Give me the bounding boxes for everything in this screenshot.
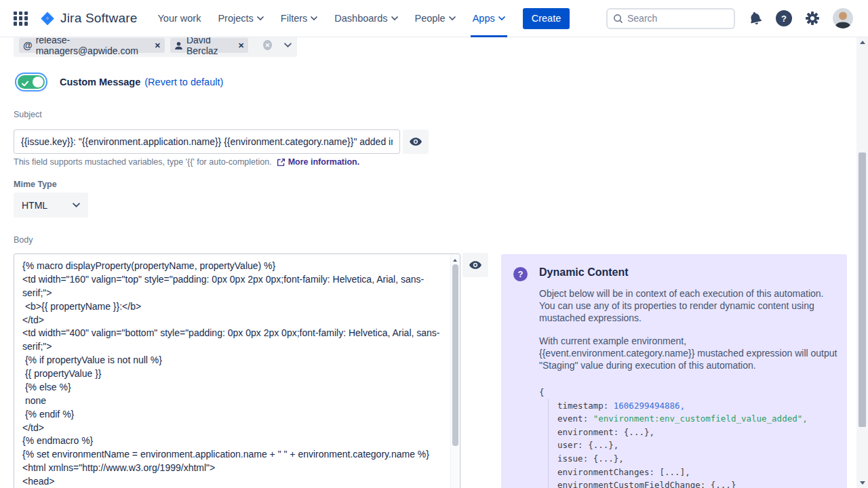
user-avatar[interactable] xyxy=(833,8,853,28)
email-at-icon: @ xyxy=(23,40,33,51)
context-object-code: { timestamp: 1606299494886, event: "envi… xyxy=(539,386,831,488)
nav-projects[interactable]: Projects xyxy=(218,0,263,37)
subject-input[interactable] xyxy=(14,129,400,154)
nav-people[interactable]: People xyxy=(415,0,456,37)
mime-type-label: Mime Type xyxy=(14,180,57,189)
nav-dashboards[interactable]: Dashboards xyxy=(334,0,397,37)
main-content: @ release-managers@apwide.com ✕ David Be… xyxy=(0,37,868,488)
remove-recipient-icon[interactable]: ✕ xyxy=(153,42,162,49)
jira-logo-icon xyxy=(39,10,56,26)
panel-paragraph: With current example environment, {{even… xyxy=(539,335,839,371)
subject-helper-text: This field supports mustached variables,… xyxy=(14,157,359,167)
body-editor: {% macro displayProperty(propertyName, p… xyxy=(14,253,460,488)
top-nav-bar: Jira Software Your work Projects Filters… xyxy=(0,0,868,37)
settings-gear-icon[interactable] xyxy=(805,11,820,26)
scroll-up-arrow-icon[interactable] xyxy=(860,41,865,44)
jira-logo[interactable]: Jira Software xyxy=(39,10,137,26)
logo-text: Jira Software xyxy=(60,11,137,26)
header-actions: ? xyxy=(606,8,853,29)
textarea-scrollbar[interactable] xyxy=(450,255,459,488)
body-textarea[interactable]: {% macro displayProperty(propertyName, p… xyxy=(14,254,460,488)
notifications-bell-icon[interactable] xyxy=(747,9,764,27)
chevron-down-icon xyxy=(391,16,398,20)
custom-message-label: Custom Message xyxy=(60,77,140,87)
primary-nav: Your work Projects Filters Dashboards Pe… xyxy=(157,0,505,37)
preview-subject-eye-icon[interactable] xyxy=(403,129,429,154)
create-button[interactable]: Create xyxy=(523,8,570,29)
custom-message-toggle[interactable] xyxy=(18,75,45,89)
code-line: timestamp: 1606299494886, xyxy=(557,399,831,413)
check-icon xyxy=(22,79,28,89)
more-information-link[interactable]: More information. xyxy=(288,157,360,167)
question-mark-icon: ? xyxy=(513,267,528,281)
chevron-down-icon[interactable] xyxy=(284,38,292,50)
app-switcher-icon[interactable] xyxy=(14,12,28,26)
search-input[interactable] xyxy=(627,13,728,24)
mime-type-select[interactable]: HTML xyxy=(14,192,88,218)
scroll-up-arrow-icon[interactable] xyxy=(453,259,457,262)
body-label: Body xyxy=(14,235,33,245)
nav-apps[interactable]: Apps xyxy=(473,0,505,37)
code-line: user: {...}, xyxy=(557,439,831,452)
preview-body-eye-icon[interactable] xyxy=(462,253,488,277)
scrollbar-thumb[interactable] xyxy=(452,264,458,446)
clear-all-icon[interactable]: ✕ xyxy=(263,40,272,50)
external-link-icon xyxy=(277,158,285,167)
nav-your-work[interactable]: Your work xyxy=(157,0,201,37)
remove-recipient-icon[interactable]: ✕ xyxy=(237,42,245,49)
code-line: issue: {...}, xyxy=(557,452,831,466)
panel-paragraph: Object below will be in context of each … xyxy=(539,287,839,324)
panel-title: Dynamic Content xyxy=(539,266,831,279)
chevron-down-icon xyxy=(257,16,264,20)
nav-filters[interactable]: Filters xyxy=(281,0,317,37)
help-icon[interactable]: ? xyxy=(776,10,792,26)
search-box[interactable] xyxy=(606,8,735,29)
recipient-chip-email: @ release-managers@apwide.com ✕ xyxy=(19,38,165,53)
search-icon xyxy=(613,14,623,24)
scroll-down-arrow-icon[interactable] xyxy=(860,481,865,485)
chevron-down-icon xyxy=(449,16,456,20)
code-line: environmentCustomFieldChange: {...} xyxy=(557,479,831,488)
recipient-chip-user: David Berclaz ✕ xyxy=(170,38,248,53)
person-icon xyxy=(174,41,183,50)
dynamic-content-panel: ? Dynamic Content Object below will be i… xyxy=(501,254,847,488)
code-line: environment: {...}, xyxy=(557,426,831,439)
page-scrollbar[interactable] xyxy=(856,37,868,488)
chevron-down-icon xyxy=(73,203,80,207)
code-line: event: "environment:env_customfield_valu… xyxy=(557,412,831,426)
scrollbar-thumb[interactable] xyxy=(859,152,866,427)
custom-message-row: Custom Message (Revert to default) xyxy=(15,71,223,93)
code-line: environmentChanges: [...], xyxy=(557,466,831,479)
chevron-down-icon xyxy=(498,16,505,20)
subject-label: Subject xyxy=(14,110,42,119)
recipients-field[interactable]: @ release-managers@apwide.com ✕ David Be… xyxy=(14,37,297,57)
revert-to-default-link[interactable]: (Revert to default) xyxy=(144,77,223,87)
code-open-brace: { xyxy=(539,386,831,399)
chevron-down-icon xyxy=(311,16,317,20)
